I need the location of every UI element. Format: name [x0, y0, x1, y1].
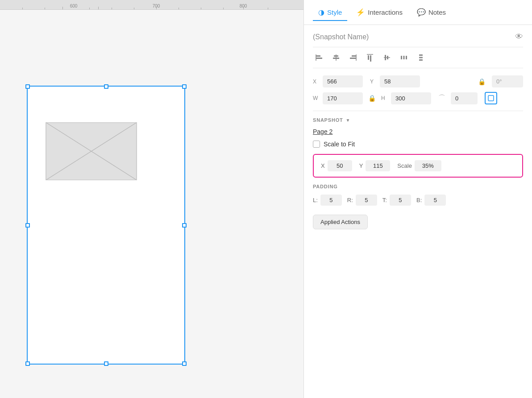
x-label: X [313, 79, 319, 85]
page-link[interactable]: Page 2 [313, 128, 523, 135]
style-icon: ◑ [318, 8, 324, 17]
pad-r-input[interactable] [356, 195, 377, 206]
snap-x-label: X [321, 162, 325, 169]
visibility-icon[interactable]: 👁 [515, 32, 523, 41]
padding-left-group: L: [313, 195, 342, 206]
pad-b-label: B: [416, 197, 422, 203]
ruler-tick [156, 7, 157, 9]
handle-top-right[interactable] [182, 84, 187, 89]
svg-rect-23 [419, 59, 423, 61]
h-input[interactable] [391, 92, 431, 104]
ruler-tick-sm [268, 8, 268, 9]
right-panel: ◑ Style ⚡ Interactions 💬 Notes (Snapshot… [303, 0, 532, 398]
tab-notes-label: Notes [428, 8, 446, 16]
snapshot-chevron-icon[interactable]: ▼ [346, 118, 350, 123]
padding-row: L: R: T: B: [313, 195, 523, 206]
padding-right-group: R: [347, 195, 377, 206]
ruler-tick-sm [223, 8, 224, 9]
align-center-h-icon[interactable] [330, 53, 342, 62]
pad-r-label: R: [347, 197, 353, 203]
ruler-tick-sm [134, 8, 134, 9]
h-label: H [381, 95, 387, 101]
ruler-tick [98, 7, 99, 9]
handle-bottom-right[interactable] [182, 361, 187, 366]
svg-rect-3 [316, 55, 320, 57]
lock-icon[interactable]: 🔒 [478, 78, 486, 85]
handle-bottom-center[interactable] [104, 361, 108, 366]
handle-middle-right[interactable] [182, 223, 187, 228]
snap-y-input[interactable] [366, 160, 390, 171]
svg-rect-21 [419, 54, 423, 56]
pad-b-input[interactable] [424, 195, 446, 206]
ruler-tick [243, 7, 244, 9]
handle-middle-left[interactable] [25, 223, 30, 228]
tab-interactions-label: Interactions [368, 8, 403, 16]
snap-x-input[interactable] [328, 160, 352, 171]
snapshot-position-box: X Y Scale [313, 154, 523, 178]
distribute-h-icon[interactable] [398, 53, 410, 62]
applied-actions-button[interactable]: Applied Actions [313, 215, 368, 229]
snap-x-group: X [321, 160, 352, 171]
svg-rect-22 [419, 57, 423, 58]
y-input[interactable] [380, 75, 420, 87]
rotation-input[interactable] [492, 75, 523, 87]
snap-y-group: Y [359, 160, 391, 171]
svg-rect-10 [350, 58, 356, 59]
snap-scale-label: Scale [397, 162, 412, 169]
ruler-top: 600 700 800 [0, 0, 303, 10]
pad-l-input[interactable] [320, 195, 342, 206]
pad-l-label: L: [313, 197, 318, 203]
align-middle-v-icon[interactable] [381, 53, 393, 62]
aspect-ratio-button[interactable] [485, 92, 497, 104]
svg-rect-13 [370, 55, 371, 62]
ruler-tick [62, 7, 63, 9]
snapshot-name-text: (Snapshot Name) [313, 33, 369, 41]
tab-style[interactable]: ◑ Style [313, 4, 347, 21]
pad-t-label: T: [382, 197, 387, 203]
handle-top-left[interactable] [25, 84, 30, 89]
notes-icon: 💬 [417, 8, 426, 17]
svg-rect-18 [401, 56, 402, 59]
ruler-tick-sm [201, 8, 201, 9]
w-input[interactable] [323, 92, 363, 104]
size-wh-row: W 🔒 H ⌒ [313, 92, 523, 104]
aspect-lock-icon[interactable]: 🔒 [368, 95, 376, 102]
corner-radius-icon: ⌒ [438, 94, 445, 103]
snap-scale-group: Scale [397, 160, 441, 171]
tab-interactions[interactable]: ⚡ Interactions [351, 4, 408, 21]
svg-rect-4 [316, 58, 322, 59]
ruler-tick-sm [45, 8, 45, 9]
ruler-mark-600: 600 [70, 4, 78, 8]
padding-section-header: PADDING [313, 184, 523, 189]
x-input[interactable] [323, 75, 363, 87]
snapshot-section-title: SNAPSHOT [313, 117, 343, 123]
svg-rect-9 [352, 55, 356, 57]
ruler-tick-sm [22, 8, 23, 9]
svg-rect-12 [368, 55, 369, 60]
align-right-icon[interactable] [347, 53, 359, 62]
handle-top-center[interactable] [104, 84, 108, 89]
handle-bottom-left[interactable] [25, 361, 30, 366]
padding-top-group: T: [382, 195, 411, 206]
snapshot-name-row: (Snapshot Name) 👁 [313, 32, 523, 47]
scale-to-fit-checkbox[interactable] [313, 141, 320, 148]
svg-line-1 [46, 123, 137, 180]
image-placeholder [46, 122, 137, 180]
alignment-row [313, 53, 523, 68]
snap-scale-input[interactable] [415, 160, 441, 171]
svg-line-2 [46, 123, 137, 180]
selected-element[interactable] [27, 86, 185, 365]
svg-rect-20 [406, 56, 407, 59]
padding-section-title: PADDING [313, 184, 338, 189]
pad-t-input[interactable] [390, 195, 411, 206]
distribute-v-icon[interactable] [415, 53, 427, 62]
w-label: W [313, 95, 319, 101]
ruler-tick-sm [179, 8, 179, 9]
corner-radius-input[interactable] [451, 92, 478, 104]
svg-rect-19 [403, 56, 405, 59]
align-top-icon[interactable] [364, 53, 376, 62]
align-left-icon[interactable] [313, 53, 325, 62]
position-xy-row: X Y 🔒 [313, 75, 523, 87]
tab-notes[interactable]: 💬 Notes [411, 4, 451, 21]
snapshot-section-header: SNAPSHOT ▼ [313, 117, 523, 123]
